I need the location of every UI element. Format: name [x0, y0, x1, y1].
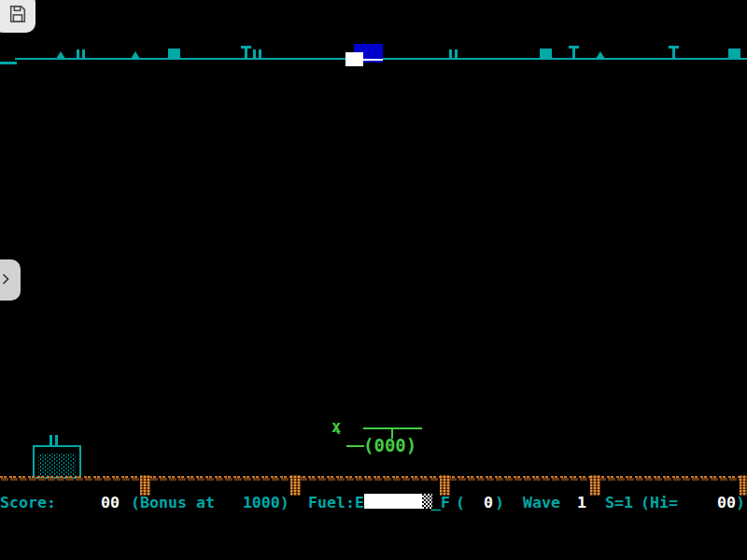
wave-value: 1 — [577, 494, 586, 511]
ground-post — [440, 475, 450, 496]
radar-blip-pillars — [449, 49, 458, 59]
game-screen: x ` (000) Score: 00 (Bonus at 1000) Fuel… — [0, 0, 747, 560]
radar-blip-square — [540, 49, 552, 60]
chevron-right-icon — [0, 270, 15, 291]
ammo-close-paren: ) — [495, 494, 504, 511]
sidebar-expand-button[interactable] — [0, 259, 21, 301]
radar-blip-square — [728, 49, 740, 60]
status-bar: Score: 00 (Bonus at 1000) Fuel:E _F ( 0 … — [0, 494, 747, 512]
score-label: Score: — [0, 494, 56, 511]
hi-score-label: (Hi= — [641, 494, 678, 511]
ammo-open-paren: ( — [456, 494, 465, 511]
fuel-gauge-empty: _F — [431, 494, 450, 511]
radar-blip-tee — [241, 46, 251, 59]
radar-viewport-underline — [363, 59, 383, 61]
hi-score-value: 00 — [717, 494, 736, 511]
save-button[interactable] — [0, 0, 35, 33]
ground-post — [590, 475, 600, 496]
radar-blip-triangle — [56, 51, 65, 59]
wave-label: Wave — [523, 494, 560, 511]
floppy-save-icon — [7, 4, 28, 27]
fuel-gauge-fill — [364, 494, 422, 509]
ammo-value: 0 — [484, 494, 493, 511]
helicopter-tail-hook: ` — [333, 427, 345, 450]
radar-blip-square — [168, 49, 180, 60]
score-value: 00 — [101, 494, 120, 511]
helicopter-tail-boom — [346, 445, 364, 447]
ships-text: S=1 — [605, 494, 633, 511]
helicopter-body: (000) — [363, 435, 416, 455]
ground-post — [140, 475, 150, 496]
radar-blip-tee — [669, 46, 679, 59]
radar-blip-triangle — [131, 51, 140, 59]
radar-line-left-step — [0, 62, 17, 64]
radar-blip-triangle — [596, 51, 605, 59]
building-dot-fill — [38, 454, 76, 476]
fuel-depot-building — [33, 445, 81, 479]
ground-post — [740, 475, 747, 496]
radar-player-marker — [345, 52, 363, 66]
ground-post — [290, 475, 301, 496]
radar-blip-pillars — [253, 49, 261, 59]
ground-line — [0, 475, 747, 481]
hi-score-close-paren: ) — [736, 494, 745, 511]
radar-blip-tee — [569, 46, 579, 59]
radar-blip-pillars — [77, 49, 85, 59]
building-chimney — [49, 435, 52, 445]
bonus-text: (Bonus at 1000) — [131, 494, 289, 511]
building-chimney — [55, 435, 58, 445]
fuel-label: Fuel:E — [308, 494, 364, 511]
